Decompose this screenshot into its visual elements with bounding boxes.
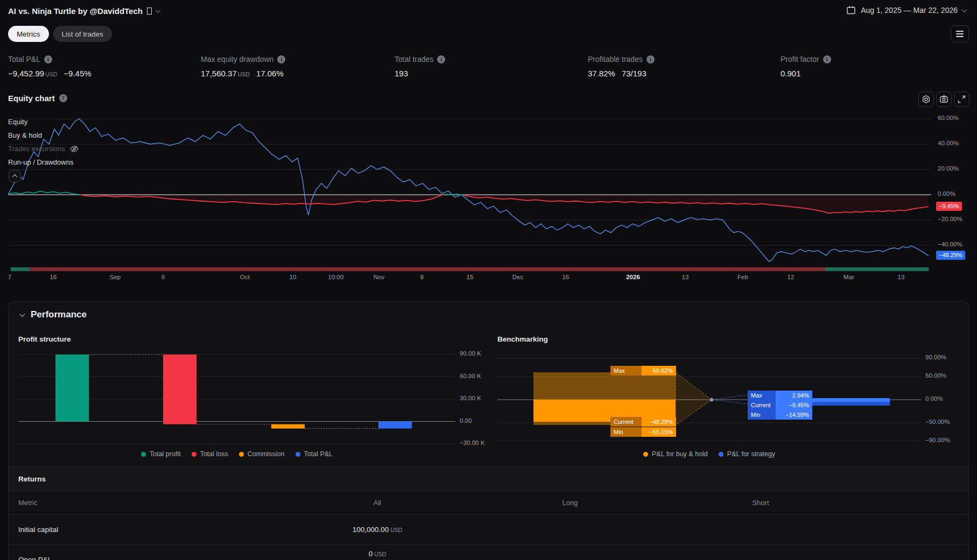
collapse-chart-button[interactable] — [9, 170, 21, 182]
chip-strategy-min: Min−14.59% — [748, 410, 812, 420]
table-row-initial-capital: Initial capital 100,000.00USD — [9, 515, 968, 545]
x-tick: 9 — [150, 274, 176, 280]
metric-total-pnl: Total P&Li −9,452.99USD−9.45% — [8, 55, 186, 78]
chip-strategy-max: Max2.94% — [748, 391, 812, 400]
returns-columns-header: Metric All Long Short — [9, 491, 968, 515]
info-icon[interactable]: i — [823, 55, 831, 63]
benchmarking-plot — [497, 353, 921, 447]
axis-label: −20.00% — [938, 216, 975, 222]
chevron-down-icon — [20, 311, 25, 317]
legend-label: Equity — [8, 118, 27, 126]
row-value-all: 100,000.00USD — [297, 526, 458, 534]
axis-label: 90.00 K — [460, 350, 481, 357]
axis-label: 90.00% — [925, 354, 946, 360]
profit-structure-svg — [18, 350, 455, 450]
metric-value: 193 — [395, 69, 408, 78]
legend-label: Run-up / Drawdowns — [8, 158, 73, 166]
chart-fullscreen-button[interactable] — [954, 91, 969, 107]
chart-snapshot-button[interactable] — [936, 91, 952, 107]
x-tick: Dec — [505, 274, 531, 280]
x-tick: 16 — [40, 274, 66, 280]
equity-chart-title: Equity chart ? — [8, 94, 67, 103]
x-tick: 15 — [457, 274, 483, 280]
x-tick: Sep — [102, 274, 128, 280]
metric-unit: USD — [238, 71, 250, 77]
returns-section-header: Returns — [9, 466, 968, 491]
rows-icon — [955, 30, 964, 38]
legend-label: P&L for buy & hold — [652, 450, 708, 458]
metric-label: Total trades — [395, 55, 433, 63]
metric-profitable-trades: Profitable tradesi 37.82%73/193 — [588, 55, 765, 78]
equity-chart-svg — [8, 113, 931, 274]
panel-layout-button[interactable] — [951, 25, 969, 42]
x-tick: 16 — [553, 274, 579, 280]
legend-item[interactable]: Total loss — [192, 450, 228, 458]
legend-item-trades-excursions[interactable]: Trades excursions — [8, 142, 79, 155]
column-short: Short — [680, 499, 841, 507]
eye-off-icon[interactable] — [69, 145, 79, 153]
axis-label: −40.00% — [938, 241, 975, 247]
legend-item[interactable]: Total profit — [141, 450, 181, 458]
info-icon[interactable]: i — [646, 55, 655, 63]
performance-header[interactable]: Performance — [20, 309, 87, 320]
settings-nut-icon — [922, 95, 931, 104]
help-icon[interactable]: ? — [59, 94, 67, 102]
axis-label: 20.00% — [938, 165, 975, 172]
metric-value: 0.901 — [781, 69, 801, 78]
x-tick: Mar — [836, 274, 862, 280]
metric-value: −9,452.99 — [8, 69, 44, 78]
tab-list-of-trades[interactable]: List of trades — [53, 26, 112, 42]
metric-label: Profit factor — [781, 55, 819, 63]
legend-item-runup-drawdowns[interactable]: Run-up / Drawdowns — [8, 155, 79, 169]
page-title: AI vs. Ninja Turtle by @DaviddTech — [8, 6, 143, 16]
tab-metrics[interactable]: Metrics — [8, 26, 49, 42]
legend-dot — [141, 452, 146, 457]
axis-label: 0.00% — [938, 190, 975, 197]
legend-label: Total profit — [150, 450, 181, 458]
chip-label: Max — [610, 366, 642, 375]
performance-card: Performance Profit structure Benchmarkin… — [8, 301, 969, 560]
benchmarking-legend: P&L for buy & holdP&L for strategy — [497, 450, 921, 458]
chip-value: −14.59% — [776, 410, 812, 420]
info-icon[interactable]: i — [44, 55, 52, 63]
legend-label: Trades excursions — [8, 145, 65, 153]
date-range-selector[interactable]: Aug 1, 2025 — Mar 22, 2026 — [846, 5, 966, 15]
metric-label: Total P&L — [8, 55, 40, 63]
legend-item[interactable]: P&L for strategy — [719, 450, 775, 458]
metric-label: Max equity drawdown — [201, 55, 273, 63]
metric-total-trades: Total tradesi 193 — [395, 55, 572, 78]
strategy-title-dropdown[interactable]: AI vs. Ninja Turtle by @DaviddTech — [8, 6, 160, 16]
legend-item-equity[interactable]: Equity — [8, 115, 79, 129]
equity-chart-plot — [8, 113, 931, 274]
chip-value: −9.45% — [776, 400, 812, 410]
chip-value: 59.62% — [642, 366, 676, 375]
legend-item[interactable]: P&L for buy & hold — [643, 450, 708, 458]
legend-item-buy-hold[interactable]: Buy & hold — [8, 129, 79, 142]
row-value-all: 0USD — [297, 550, 458, 558]
metric-value2: 17.06% — [256, 69, 284, 78]
chip-label: Min — [610, 427, 642, 437]
chart-settings-button[interactable] — [918, 91, 934, 107]
chip-strategy-current: Current−9.45% — [748, 400, 812, 410]
axis-label: −30.00 K — [460, 440, 484, 446]
column-all: All — [297, 499, 458, 507]
expand-icon — [957, 95, 966, 104]
chip-label: Max — [748, 391, 776, 400]
chip-label: Current — [748, 400, 776, 410]
info-icon[interactable]: i — [277, 55, 285, 63]
equity-chart-legend: Equity Buy & hold Trades excursions Run-… — [8, 115, 79, 169]
info-icon[interactable]: i — [437, 55, 445, 63]
chevron-down-icon — [962, 7, 967, 12]
x-tick: 8 — [409, 274, 435, 280]
legend-label: Commission — [248, 450, 285, 458]
column-metric: Metric — [18, 499, 37, 507]
metric-label: Profitable trades — [588, 55, 643, 63]
value: 0 — [369, 550, 373, 558]
chevron-down-icon — [156, 8, 161, 13]
axis-badge: −9.45% — [936, 202, 962, 211]
legend-item[interactable]: Total P&L — [296, 450, 333, 458]
legend-item[interactable]: Commission — [239, 450, 285, 458]
axis-label: −90.00% — [925, 437, 950, 443]
x-tick: 13 — [888, 274, 914, 280]
x-tick: 13 — [672, 274, 698, 280]
